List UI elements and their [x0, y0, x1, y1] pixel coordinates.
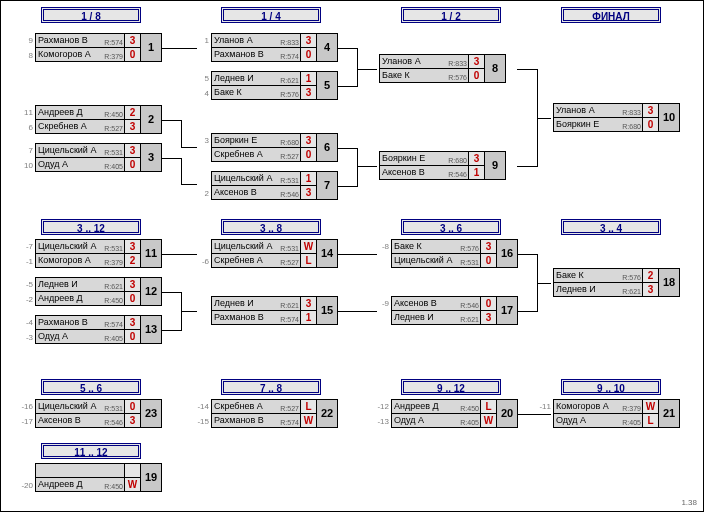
header-p36: 3 .. 6 [401, 219, 501, 235]
match-1: 98Рахманов ВR:574Комогоров АR:379301 [35, 33, 185, 63]
match-11: -7-1Цицельский АR:531Комогоров АR:379321… [35, 239, 185, 269]
conn [537, 69, 538, 119]
match-18: Баке КR:576Леднев ИR:6212318 [553, 268, 703, 298]
match-15: Леднев ИR:621Рахманов ВR:5743115 [211, 296, 361, 326]
header-r4: 1 / 4 [221, 7, 321, 23]
match-16: -8Баке КR:576Цицельский АR:5313016 [391, 239, 541, 269]
header-p1112: 11 .. 12 [41, 443, 141, 459]
header-p912: 9 .. 12 [401, 379, 501, 395]
conn [537, 118, 551, 119]
match-21: -11Комогоров АR:379Одуд АR:405WL21 [553, 399, 703, 429]
match-13: -4-3Рахманов ВR:574Одуд АR:4053013 [35, 315, 185, 345]
conn [357, 69, 377, 70]
match-3: 710Цицельский АR:531Одуд АR:405303 [35, 143, 185, 173]
match-2: 116Андреев ДR:450Скребнев АR:527232 [35, 105, 185, 135]
conn [537, 118, 538, 167]
header-fin: ФИНАЛ [561, 7, 661, 23]
match-10: Уланов АR:833Бояркин ЕR:6803010 [553, 103, 703, 133]
conn [181, 184, 197, 185]
match-23: -16-17Цицельский АR:531Аксенов ВR:546032… [35, 399, 185, 429]
conn [537, 283, 551, 284]
header-p78: 7 .. 8 [221, 379, 321, 395]
match-12: -5-2Леднев ИR:621Андреев ДR:4503012 [35, 277, 185, 307]
match-7: 2Цицельский АR:531Аксенов ВR:546137 [211, 171, 361, 201]
match-22: -14-15Скребнев АR:527Рахманов ВR:574LW22 [211, 399, 361, 429]
match-17: -9Аксенов ВR:546Леднев ИR:6210317 [391, 296, 541, 326]
version-label: 1.38 [681, 498, 697, 507]
header-p38: 3 .. 8 [221, 219, 321, 235]
match-20: -12-13Андреев ДR:450Одуд АR:405LW20 [391, 399, 541, 429]
match-5: 54Леднев ИR:621Баке КR:576135 [211, 71, 361, 101]
bracket-stage: { "version":"1.38", "headers":{"r8":"1 /… [0, 0, 704, 512]
conn [357, 166, 377, 167]
match-9: Бояркин ЕR:680Аксенов ВR:546319 [379, 151, 529, 181]
header-p34: 3 .. 4 [561, 219, 661, 235]
match-4: 1Уланов АR:833Рахманов ВR:574304 [211, 33, 361, 63]
match-19: -20Андреев ДR:450W19 [35, 463, 185, 493]
conn [181, 311, 197, 312]
header-p312: 3 .. 12 [41, 219, 141, 235]
match-8: Уланов АR:833Баке КR:576308 [379, 54, 529, 84]
match-6: 3Бояркин ЕR:680Скребнев АR:527306 [211, 133, 361, 163]
match-14: -6Цицельский АR:531Скребнев АR:527WL14 [211, 239, 361, 269]
header-r2: 1 / 2 [401, 7, 501, 23]
header-p56: 5 .. 6 [41, 379, 141, 395]
header-p910: 9 .. 10 [561, 379, 661, 395]
header-r8: 1 / 8 [41, 7, 141, 23]
